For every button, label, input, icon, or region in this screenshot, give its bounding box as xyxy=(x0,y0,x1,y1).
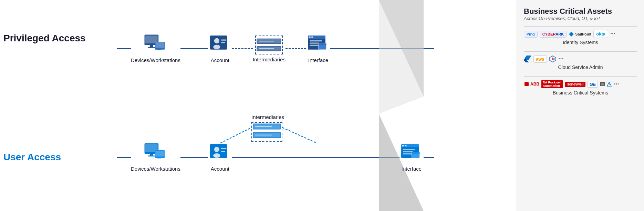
user-account-node: Account xyxy=(208,143,232,172)
svg-rect-21 xyxy=(259,48,274,49)
rockwell-logo: RA RockwellAutomation xyxy=(541,80,563,88)
abb-logo: ABB xyxy=(524,81,539,87)
svg-line-59 xyxy=(220,128,251,143)
user-intermediaries-label: Intermediaries xyxy=(251,114,284,120)
cloud-label: Cloud Service Admin xyxy=(524,64,637,70)
account-icon-user xyxy=(208,143,232,164)
divider-3 xyxy=(524,76,637,77)
svg-rect-9 xyxy=(158,48,160,49)
user-interface-label: Interface xyxy=(402,166,422,172)
svg-rect-34 xyxy=(148,155,155,157)
intermediaries-icon-user xyxy=(251,122,282,142)
privileged-access-label: Privileged Access xyxy=(3,33,86,44)
user-intermediaries-node: Intermediaries xyxy=(251,112,284,142)
line-user-2 xyxy=(232,157,399,158)
intermediaries-icon-priv xyxy=(255,36,283,54)
devices-icon-user xyxy=(144,143,168,164)
line-priv-dashed-1 xyxy=(232,48,253,49)
svg-rect-15 xyxy=(221,42,225,43)
user-access-label: User Access xyxy=(3,152,61,163)
aws-logo: aws xyxy=(533,56,547,63)
privileged-devices-label: Devices/Workstations xyxy=(131,57,180,63)
ge-logo: GE xyxy=(588,81,598,88)
privileged-account-label: Account xyxy=(211,57,229,63)
svg-rect-48 xyxy=(403,149,415,150)
identity-label: Identity Systems xyxy=(524,40,637,45)
line-priv-end xyxy=(330,48,434,49)
svg-point-40 xyxy=(214,147,219,152)
svg-rect-47 xyxy=(405,145,406,147)
svg-rect-42 xyxy=(221,148,226,149)
svg-rect-6 xyxy=(148,47,155,48)
line-priv-1 xyxy=(180,48,208,49)
line-start-user xyxy=(117,157,131,158)
okta-logo: okta xyxy=(593,30,608,38)
devices-icon xyxy=(144,34,168,55)
critical-label: Business Critical Systems xyxy=(524,90,637,96)
privileged-interface-node: Interface xyxy=(306,34,330,63)
identity-more: ··· xyxy=(610,30,615,38)
svg-rect-23 xyxy=(308,36,325,39)
privileged-interface-label: Interface xyxy=(308,57,328,63)
svg-rect-49 xyxy=(403,151,413,152)
svg-rect-37 xyxy=(158,157,160,158)
line-start-priv xyxy=(117,48,131,49)
line-priv-dashed-2 xyxy=(285,48,306,49)
privileged-intermediaries-label: Intermediaries xyxy=(253,57,285,62)
svg-rect-20 xyxy=(259,41,274,41)
svg-rect-10 xyxy=(157,49,161,50)
critical-icons xyxy=(600,82,612,87)
svg-rect-27 xyxy=(310,43,319,44)
interface-icon-user xyxy=(399,143,424,164)
right-panel: Business Critical Assets Across On-Premi… xyxy=(517,0,644,211)
interface-icon-priv xyxy=(306,34,330,55)
critical-more: ··· xyxy=(614,81,619,88)
panel-title: Business Critical Assets xyxy=(524,7,637,16)
svg-rect-43 xyxy=(221,151,225,152)
svg-rect-26 xyxy=(310,40,322,41)
svg-rect-36 xyxy=(155,151,164,157)
user-devices-node: Devices/Workstations xyxy=(131,143,180,172)
sailpoint-logo: SailPoint xyxy=(569,31,591,37)
svg-rect-8 xyxy=(155,42,164,48)
svg-point-65 xyxy=(552,58,554,60)
svg-rect-25 xyxy=(311,37,313,38)
svg-rect-33 xyxy=(150,154,153,155)
user-interface-node: Interface xyxy=(399,143,424,172)
svg-rect-46 xyxy=(402,145,404,147)
privileged-account-node: Account xyxy=(208,34,232,63)
divider-1 xyxy=(524,26,637,27)
svg-line-60 xyxy=(282,128,317,143)
svg-marker-61 xyxy=(569,32,574,37)
ping-logo: Ping xyxy=(524,31,538,38)
account-icon-priv xyxy=(208,34,232,55)
azure-logo xyxy=(524,56,531,62)
privileged-flow-row: Devices/Workstations Account xyxy=(117,34,434,63)
cloud-section: aws ··· Cloud Service Admin xyxy=(524,55,637,70)
cyberark-logo: CYBERARK xyxy=(540,31,567,38)
user-devices-label: Devices/Workstations xyxy=(131,166,180,172)
svg-rect-57 xyxy=(255,126,272,127)
svg-point-12 xyxy=(214,38,219,43)
identity-systems-section: Ping CYBERARK SailPoint okta ··· Identit… xyxy=(524,30,637,45)
honeywell-logo: Honeywell xyxy=(565,82,585,87)
line-user-1 xyxy=(180,157,208,158)
svg-rect-52 xyxy=(412,152,420,154)
svg-rect-5 xyxy=(150,45,153,47)
privileged-intermediaries-node: Intermediaries xyxy=(253,36,285,62)
svg-rect-58 xyxy=(255,135,272,135)
user-account-label: Account xyxy=(211,166,229,172)
identity-logos: Ping CYBERARK SailPoint okta ··· xyxy=(524,30,637,38)
gcp-logo xyxy=(549,55,557,63)
user-flow-row: Devices/Workstations Account xyxy=(117,143,434,172)
svg-rect-38 xyxy=(157,158,161,159)
critical-logos: ABB RA RockwellAutomation Honeywell GE ·… xyxy=(524,80,637,88)
line-user-end xyxy=(424,157,434,158)
svg-rect-24 xyxy=(309,37,311,38)
cloud-more: ··· xyxy=(559,56,564,63)
svg-rect-71 xyxy=(601,83,604,86)
svg-point-13 xyxy=(213,45,220,49)
critical-section: ABB RA RockwellAutomation Honeywell GE ·… xyxy=(524,80,637,96)
main-diagram: Privileged Access User Access xyxy=(0,0,517,211)
svg-point-41 xyxy=(213,153,220,158)
